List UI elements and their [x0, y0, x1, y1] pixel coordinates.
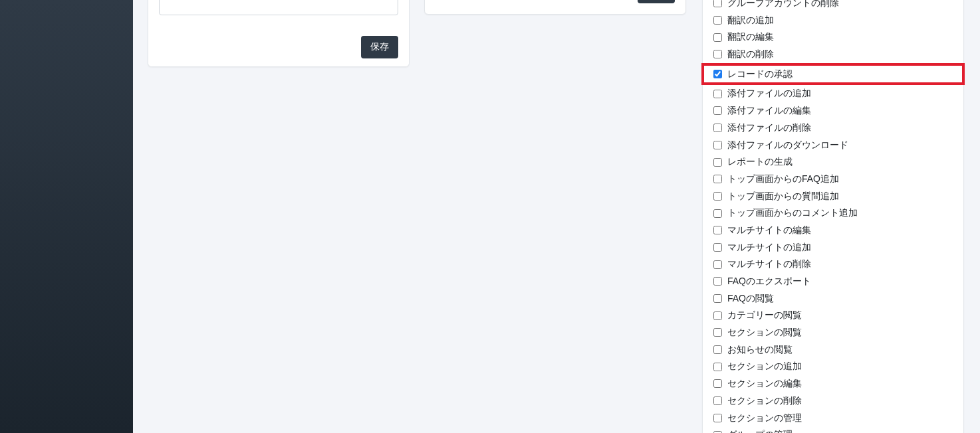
permission-item: レコードの承認 [713, 67, 953, 82]
permission-checkbox[interactable] [713, 396, 722, 405]
panel-left: 保存 [148, 0, 410, 67]
permission-item: カテゴリーの閲覧 [713, 307, 953, 324]
permissions-panel: グループアカウントの削除翻訳の追加翻訳の編集翻訳の削除レコードの承認添付ファイル… [702, 0, 964, 433]
permission-checkbox[interactable] [713, 363, 722, 371]
permission-item: お知らせの閲覧 [713, 341, 953, 359]
permission-checkbox[interactable] [713, 431, 722, 433]
permission-checkbox[interactable] [713, 243, 722, 252]
permission-label[interactable]: トップ画面からの質問追加 [727, 189, 839, 204]
permission-label[interactable]: マルチサイトの編集 [727, 223, 811, 238]
permission-label[interactable]: セクションの編集 [727, 377, 802, 391]
permission-checkbox[interactable] [713, 294, 722, 303]
permission-checkbox[interactable] [713, 328, 722, 337]
permission-item: 添付ファイルの編集 [713, 102, 953, 120]
permission-label[interactable]: グループアカウントの削除 [727, 0, 839, 11]
permission-label[interactable]: 添付ファイルの削除 [727, 121, 811, 135]
permission-checkbox[interactable] [713, 192, 722, 201]
permission-label[interactable]: レポートの生成 [727, 155, 793, 169]
permission-checkbox[interactable] [713, 70, 722, 78]
permission-label[interactable]: 添付ファイルの追加 [727, 86, 811, 101]
permission-checkbox[interactable] [713, 50, 722, 58]
permission-item: マルチサイトの編集 [713, 222, 953, 239]
permission-checkbox[interactable] [713, 414, 722, 422]
permission-label[interactable]: セクションの管理 [727, 411, 802, 426]
permission-label[interactable]: 翻訳の編集 [727, 30, 774, 44]
permission-item-highlighted: レコードの承認 [701, 63, 965, 86]
permission-label[interactable]: セクションの削除 [727, 394, 802, 408]
permission-checkbox[interactable] [713, 124, 722, 132]
permission-label[interactable]: FAQのエクスポート [727, 274, 811, 289]
permission-label[interactable]: FAQの閲覧 [727, 292, 774, 306]
permission-checkbox[interactable] [713, 226, 722, 234]
permission-label[interactable]: トップ画面からのFAQ追加 [727, 172, 839, 187]
permission-item: 添付ファイルの追加 [713, 85, 953, 102]
permission-item: 添付ファイルの削除 [713, 120, 953, 137]
permission-label[interactable]: マルチサイトの追加 [727, 240, 811, 255]
permission-label[interactable]: お知らせの閲覧 [727, 343, 793, 357]
permission-item: 翻訳の削除 [713, 46, 953, 63]
permission-checkbox[interactable] [713, 277, 722, 286]
permission-item: セクションの管理 [713, 410, 953, 427]
permission-item: セクションの閲覧 [713, 324, 953, 341]
permission-label[interactable]: セクションの追加 [727, 359, 802, 374]
permission-label[interactable]: トップ画面からのコメント追加 [727, 206, 858, 220]
permission-label[interactable]: カテゴリーの閲覧 [727, 308, 802, 323]
save-button-middle[interactable]: 保存 [638, 0, 675, 3]
permission-item: セクションの編集 [713, 375, 953, 392]
permission-item: トップ画面からの質問追加 [713, 188, 953, 205]
permission-item: グループアカウントの削除 [713, 0, 953, 12]
permissions-list: グループアカウントの削除翻訳の追加翻訳の編集翻訳の削除レコードの承認添付ファイル… [703, 0, 963, 433]
permission-item: マルチサイトの削除 [713, 256, 953, 273]
permission-checkbox[interactable] [713, 141, 722, 149]
permission-item: 翻訳の追加 [713, 12, 953, 29]
permission-label[interactable]: レコードの承認 [727, 67, 793, 82]
permission-label[interactable]: 翻訳の削除 [727, 47, 774, 62]
sidebar-nav [0, 0, 133, 433]
permission-label[interactable]: 添付ファイルの編集 [727, 104, 811, 118]
permission-item: トップ画面からのコメント追加 [713, 205, 953, 222]
main-content: 保存 保存 グループアカウントの削除翻訳の追加翻訳の編集翻訳の削除レコードの承認… [133, 0, 980, 433]
panel-middle: 保存 [424, 0, 686, 15]
permission-label[interactable]: 翻訳の追加 [727, 13, 774, 28]
permission-label[interactable]: セクションの閲覧 [727, 325, 802, 340]
permission-checkbox[interactable] [713, 175, 722, 183]
permission-checkbox[interactable] [713, 33, 722, 42]
permission-item: レポートの生成 [713, 153, 953, 171]
permission-item: セクションの追加 [713, 358, 953, 375]
permission-item: FAQの閲覧 [713, 290, 953, 307]
permission-label[interactable]: グループの管理 [727, 428, 793, 433]
permission-item: 添付ファイルのダウンロード [713, 137, 953, 154]
permission-checkbox[interactable] [713, 345, 722, 354]
permission-checkbox[interactable] [713, 209, 722, 218]
permission-label[interactable]: マルチサイトの削除 [727, 257, 811, 272]
permission-checkbox[interactable] [713, 90, 722, 98]
permission-checkbox[interactable] [713, 379, 722, 388]
permission-checkbox[interactable] [713, 0, 722, 7]
permission-checkbox[interactable] [713, 158, 722, 167]
permission-item: グループの管理 [713, 426, 953, 433]
permission-checkbox[interactable] [713, 16, 722, 25]
permission-item: FAQのエクスポート [713, 273, 953, 290]
permission-item: マルチサイトの追加 [713, 239, 953, 256]
permission-checkbox[interactable] [713, 311, 722, 320]
save-button-left[interactable]: 保存 [361, 36, 398, 58]
permission-item: 翻訳の編集 [713, 29, 953, 46]
permission-checkbox[interactable] [713, 260, 722, 269]
permission-item: セクションの削除 [713, 392, 953, 410]
textarea-left[interactable] [159, 0, 398, 15]
permission-label[interactable]: 添付ファイルのダウンロード [727, 138, 848, 153]
permission-item: トップ画面からのFAQ追加 [713, 171, 953, 188]
permission-checkbox[interactable] [713, 106, 722, 115]
